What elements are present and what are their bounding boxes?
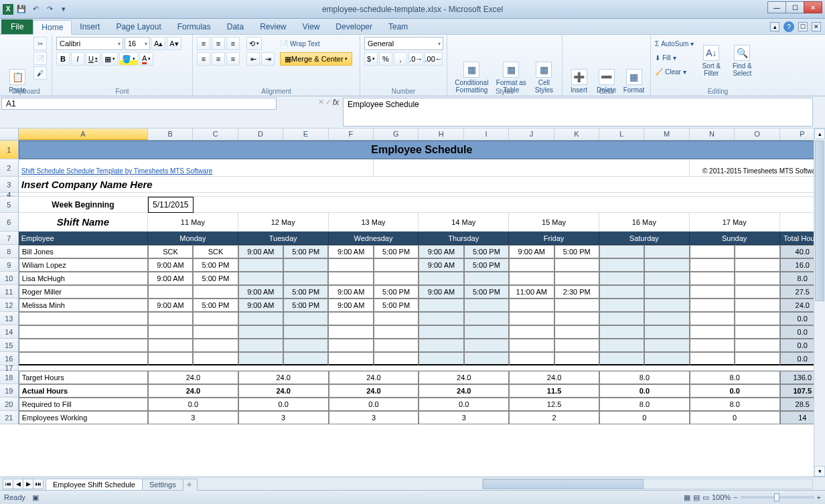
cell[interactable]	[509, 312, 554, 325]
cell[interactable]: Target Hours	[19, 371, 148, 384]
cell[interactable]: Employee	[19, 232, 148, 245]
cell[interactable]: 9:00 AM	[328, 285, 373, 299]
cell[interactable]: 5:00 PM	[464, 285, 509, 299]
cell[interactable]	[374, 312, 419, 325]
copy-button[interactable]: 📄	[33, 52, 47, 65]
cell[interactable]	[464, 339, 509, 352]
cell[interactable]: Wednesday	[329, 232, 419, 245]
cell[interactable]	[283, 312, 328, 325]
cell[interactable]: Required to Fill	[19, 398, 148, 411]
column-header[interactable]: A	[19, 129, 148, 140]
column-header[interactable]: J	[509, 129, 554, 140]
cell[interactable]: 12.5	[509, 398, 599, 411]
cell[interactable]	[690, 325, 735, 339]
conditional-formatting-button[interactable]: ▦ Conditional Formatting	[451, 37, 492, 95]
column-header[interactable]: I	[464, 129, 509, 140]
cell[interactable]: 2	[509, 411, 599, 424]
decrease-decimal-button[interactable]: .00←	[425, 52, 443, 66]
cell[interactable]: 24.0	[148, 371, 238, 384]
row-header[interactable]: 10	[0, 272, 19, 285]
align-right-button[interactable]: ≡	[226, 52, 240, 66]
cell[interactable]: © 2011-2015 Timesheets MTS Software	[690, 159, 825, 177]
font-size-combo[interactable]: 16	[125, 37, 150, 50]
cell[interactable]	[19, 312, 148, 325]
cell[interactable]	[19, 352, 148, 365]
column-header[interactable]: E	[283, 129, 328, 140]
cell[interactable]: 5:00 PM	[554, 245, 599, 258]
italic-button[interactable]: I	[71, 52, 84, 66]
cell[interactable]	[283, 258, 328, 272]
cell[interactable]: Insert Company Name Here	[19, 177, 825, 193]
cell[interactable]: Employees Working	[19, 411, 148, 424]
increase-indent-button[interactable]: ⇥	[261, 52, 275, 66]
cell[interactable]: 5:00 PM	[193, 272, 238, 285]
column-header[interactable]: L	[599, 129, 644, 140]
cell[interactable]	[554, 339, 599, 352]
cell[interactable]: 24.0	[509, 371, 599, 384]
zoom-slider[interactable]	[741, 496, 814, 499]
cell[interactable]	[599, 312, 644, 325]
formulas-tab[interactable]: Formulas	[169, 19, 219, 34]
cell[interactable]	[193, 285, 238, 299]
cell[interactable]: 3	[238, 411, 329, 424]
format-painter-button[interactable]: 🖌	[33, 66, 47, 80]
cell[interactable]	[374, 258, 419, 272]
qat-redo-icon[interactable]: ↷	[44, 3, 56, 15]
cell[interactable]: Melissa Minh	[19, 299, 148, 312]
cell[interactable]: Thursday	[419, 232, 509, 245]
cell[interactable]: 24.0	[419, 384, 509, 398]
cell[interactable]	[690, 285, 735, 299]
cell[interactable]	[148, 339, 193, 352]
zoom-level[interactable]: 100%	[712, 493, 731, 501]
decrease-indent-button[interactable]: ⇤	[246, 52, 260, 66]
cell[interactable]: 9:00 AM	[148, 258, 193, 272]
cell[interactable]	[464, 325, 509, 339]
cell[interactable]	[464, 299, 509, 312]
cell[interactable]: 5/11/2015	[148, 197, 193, 213]
cell[interactable]	[374, 272, 419, 285]
cell[interactable]	[644, 325, 689, 339]
cell[interactable]: 0.0	[599, 384, 690, 398]
qat-undo-icon[interactable]: ↶	[29, 3, 42, 15]
cell[interactable]	[509, 325, 554, 339]
cell[interactable]: 24.0	[238, 371, 329, 384]
enter-formula-icon[interactable]: ✓	[325, 98, 331, 106]
cell[interactable]	[148, 352, 193, 365]
column-header[interactable]: B	[148, 129, 193, 140]
paste-button[interactable]: 📋 Paste	[4, 37, 31, 95]
tab-nav-last[interactable]: ⏭	[33, 479, 44, 489]
align-middle-button[interactable]: ≡	[212, 37, 225, 50]
cell[interactable]	[509, 352, 554, 365]
cell[interactable]: 9:00 AM	[328, 245, 373, 258]
cell[interactable]: 0.0	[419, 398, 509, 411]
cell[interactable]	[419, 312, 463, 325]
cell[interactable]: 24.0	[238, 384, 329, 398]
cell[interactable]: 5:00 PM	[374, 299, 419, 312]
cell[interactable]	[599, 352, 644, 365]
cell[interactable]: Friday	[509, 232, 599, 245]
minimize-ribbon-button[interactable]: ▴	[770, 22, 779, 31]
cell[interactable]	[419, 352, 463, 365]
cell[interactable]	[690, 272, 735, 285]
cell[interactable]	[328, 272, 373, 285]
cell[interactable]: 9:00 AM	[509, 245, 554, 258]
cell[interactable]: Sunday	[690, 232, 780, 245]
cell[interactable]	[690, 258, 735, 272]
home-tab[interactable]: Home	[33, 20, 72, 35]
cell[interactable]	[328, 325, 373, 339]
cell[interactable]	[554, 258, 599, 272]
align-top-button[interactable]: ≡	[197, 37, 210, 50]
cell[interactable]: 9:00 AM	[238, 299, 283, 312]
cell[interactable]	[464, 352, 509, 365]
cell[interactable]	[19, 339, 148, 352]
cell[interactable]	[554, 272, 599, 285]
cell[interactable]	[419, 325, 463, 339]
select-all-corner[interactable]	[0, 129, 19, 140]
cell[interactable]: 3	[419, 411, 509, 424]
cell[interactable]	[735, 258, 779, 272]
view-normal-icon[interactable]: ▦	[684, 493, 690, 502]
cell[interactable]	[509, 299, 554, 312]
cell[interactable]	[735, 339, 779, 352]
align-center-button[interactable]: ≡	[212, 52, 225, 66]
cell[interactable]	[599, 245, 644, 258]
